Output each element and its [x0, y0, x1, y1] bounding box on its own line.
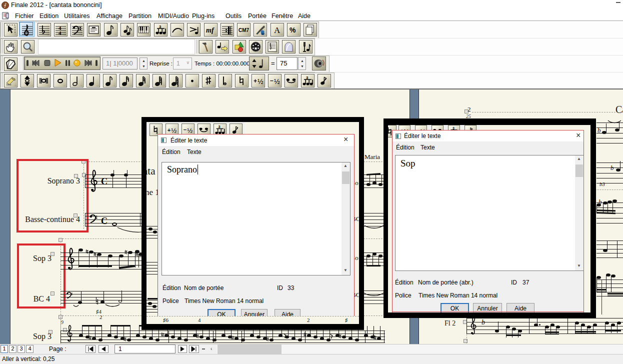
- svg-text:+: +: [254, 78, 257, 84]
- svg-text:–: –: [184, 126, 186, 132]
- svg-text:–: –: [270, 77, 274, 84]
- svg-text:+: +: [168, 127, 171, 133]
- svg-text:CM7: CM7: [238, 28, 250, 33]
- svg-text:½: ½: [187, 127, 192, 134]
- svg-text:4: 4: [58, 30, 62, 36]
- svg-text:½: ½: [274, 78, 280, 86]
- svg-text:A: A: [274, 26, 280, 35]
- svg-text:½: ½: [258, 78, 264, 86]
- svg-text:%: %: [290, 26, 296, 34]
- svg-text:3: 3: [452, 126, 454, 130]
- svg-text:½: ½: [171, 127, 176, 134]
- svg-text:mf: mf: [206, 26, 214, 34]
